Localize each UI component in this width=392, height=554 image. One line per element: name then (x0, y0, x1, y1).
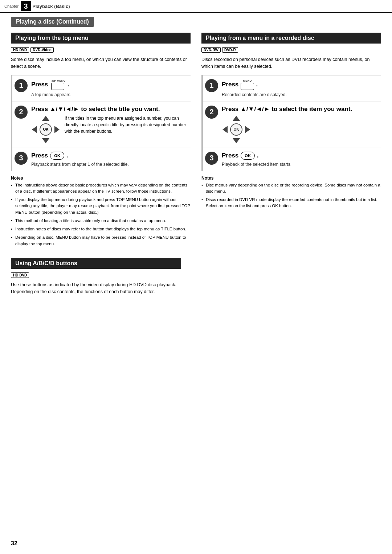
right-step-1-period: . (256, 81, 258, 88)
dpad-left: OK (31, 115, 60, 144)
left-note-1: The instructions above describe basic pr… (11, 182, 191, 195)
right-step-2-content: Press ▲/▼/◄/► to select the item you wan… (222, 106, 381, 144)
step-1-title: Press TOP MENU . (31, 79, 191, 90)
menu-button-label: MENU (243, 79, 252, 82)
step-number-3: 3 (15, 152, 28, 165)
bottom-format-badges: HD DVD (11, 272, 381, 278)
step-3-content: Press OK . Playback starts from chapter … (31, 152, 191, 168)
right-dpad-left-arrow (222, 126, 228, 133)
top-menu-button (51, 83, 64, 90)
left-format-badges: HD DVD DVD-Video (11, 47, 191, 53)
dpad-right-arrow (54, 126, 60, 133)
right-step-3-desc: Playback of the selected item starts. (222, 161, 381, 168)
badge-hd-dvd-bottom: HD DVD (11, 272, 29, 278)
dpad-ok-center: OK (40, 123, 52, 136)
badge-dvd-video: DVD-Video (30, 47, 54, 53)
chapter-word: Chapter (4, 4, 19, 8)
right-step-2-dpad-area: OK (222, 115, 381, 144)
right-step-number-1: 1 (205, 79, 218, 92)
left-steps: 1 Press TOP MENU . A top menu appears. (11, 75, 191, 171)
chapter-title: Playback (Basic) (32, 4, 70, 9)
right-step-3-press-label: Press (222, 152, 238, 159)
right-step-1-title: Press MENU . (222, 79, 381, 90)
right-step-3-title: Press OK . (222, 152, 381, 160)
step-2-title: Press ▲/▼/◄/► to select the title you wa… (31, 106, 191, 113)
right-notes: Notes Disc menus vary depending on the d… (201, 176, 381, 209)
menu-button (241, 83, 254, 90)
right-notes-list: Disc menus vary depending on the disc or… (201, 182, 381, 209)
step-2-dpad-text: If the titles in the top menu are assign… (65, 115, 191, 135)
left-step-2: 2 Press ▲/▼/◄/► to select the title you … (12, 102, 191, 148)
step-1-desc: A top menu appears. (31, 91, 191, 98)
right-step-1: 1 Press MENU . Recorded contents are dis… (203, 75, 381, 102)
left-note-3: This method of locating a title is avail… (11, 218, 191, 224)
section-banner: Playing a disc (Continued) (11, 17, 94, 27)
step-3-period: . (66, 152, 68, 159)
right-step-2: 2 Press ▲/▼/◄/► to select the item you w… (203, 102, 381, 148)
page-number: 32 (11, 540, 17, 547)
chapter-badge: Chapter 3 Playback (Basic) (4, 1, 70, 11)
badge-hd-dvd: HD DVD (11, 47, 29, 53)
dpad-down-arrow (42, 138, 49, 143)
main-content: Playing a disc (Continued) Playing from … (0, 13, 392, 307)
step-3-press-label: Press (31, 152, 48, 159)
bottom-description: Use these buttons as indicated by the vi… (11, 282, 181, 295)
badge-dvd-r: DVD-R (222, 47, 238, 53)
right-dpad-down-arrow (233, 138, 240, 143)
right-step-3-period: . (257, 152, 259, 159)
step-1-content: Press TOP MENU . A top menu appears. (31, 79, 191, 98)
right-dpad-ok-center: OK (230, 123, 242, 136)
right-step-number-3: 3 (205, 152, 218, 165)
dpad-up-arrow (42, 116, 49, 121)
page-header: Chapter 3 Playback (Basic) (0, 0, 392, 13)
left-step-3: 3 Press OK . Playback starts from chapte… (12, 148, 191, 171)
chapter-number: 3 (21, 1, 31, 11)
menu-button-wrapper: MENU (241, 79, 254, 90)
badge-dvd-rw: DVD-RW (201, 47, 221, 53)
right-section-title: Playing from a menu in a recorded disc (201, 33, 381, 44)
step-number-2: 2 (15, 106, 28, 119)
step-2-content: Press ▲/▼/◄/► to select the title you wa… (31, 106, 191, 144)
left-description: Some discs may include a top menu, on wh… (11, 56, 191, 70)
right-description: Discs recorded on personal devices such … (201, 56, 381, 70)
right-dpad-up-arrow (233, 116, 240, 121)
two-column-layout: Playing from the top menu HD DVD DVD-Vid… (11, 33, 381, 249)
right-step-3-content: Press OK . Playback of the selected item… (222, 152, 381, 168)
right-note-1: Disc menus vary depending on the disc or… (201, 182, 381, 195)
step-1-press-label: Press (31, 81, 48, 88)
right-notes-title: Notes (201, 176, 381, 181)
right-steps: 1 Press MENU . Recorded contents are dis… (201, 75, 381, 171)
left-step-1: 1 Press TOP MENU . A top menu appears. (12, 75, 191, 102)
dpad-right-col: OK (222, 115, 251, 144)
right-column: Playing from a menu in a recorded disc D… (201, 33, 381, 249)
bottom-section: Using A/B/C/D buttons HD DVD Use these b… (11, 258, 381, 295)
dpad-left-arrow (32, 126, 37, 133)
right-note-2: Discs recorded in DVD VR mode display th… (201, 197, 381, 209)
right-step-number-2: 2 (205, 106, 218, 119)
right-step-1-press-label: Press (222, 81, 238, 88)
step-2-dpad-area: OK If the titles in the top menu are ass… (31, 115, 191, 144)
left-note-5: Depending on a disc, MENU button may hav… (11, 234, 191, 247)
bottom-section-title: Using A/B/C/D buttons (11, 258, 181, 269)
ok-button-right: OK (241, 152, 255, 160)
left-section-title: Playing from the top menu (11, 33, 191, 44)
left-note-4: Instruction notes of discs may refer to … (11, 226, 191, 232)
top-menu-button-wrapper: TOP MENU (50, 79, 65, 90)
right-format-badges: DVD-RW DVD-R (201, 47, 381, 53)
left-notes: Notes The instructions above describe ba… (11, 176, 191, 247)
left-notes-list: The instructions above describe basic pr… (11, 182, 191, 247)
right-step-1-content: Press MENU . Recorded contents are displ… (222, 79, 381, 98)
right-step-3: 3 Press OK . Playback of the selected it… (203, 148, 381, 171)
step-1-period: . (68, 81, 69, 88)
left-note-2: If you display the top menu during playb… (11, 197, 191, 216)
step-number-1: 1 (15, 79, 28, 92)
step-3-title: Press OK . (31, 152, 191, 160)
right-step-2-title: Press ▲/▼/◄/► to select the item you wan… (222, 106, 381, 113)
right-step-1-desc: Recorded contents are displayed. (222, 91, 381, 98)
top-menu-button-label: TOP MENU (50, 79, 65, 82)
step-3-desc: Playback starts from chapter 1 of the se… (31, 161, 191, 168)
right-dpad-right-arrow (245, 126, 250, 133)
ok-button-left: OK (50, 152, 64, 160)
left-column: Playing from the top menu HD DVD DVD-Vid… (11, 33, 191, 249)
left-notes-title: Notes (11, 176, 191, 181)
